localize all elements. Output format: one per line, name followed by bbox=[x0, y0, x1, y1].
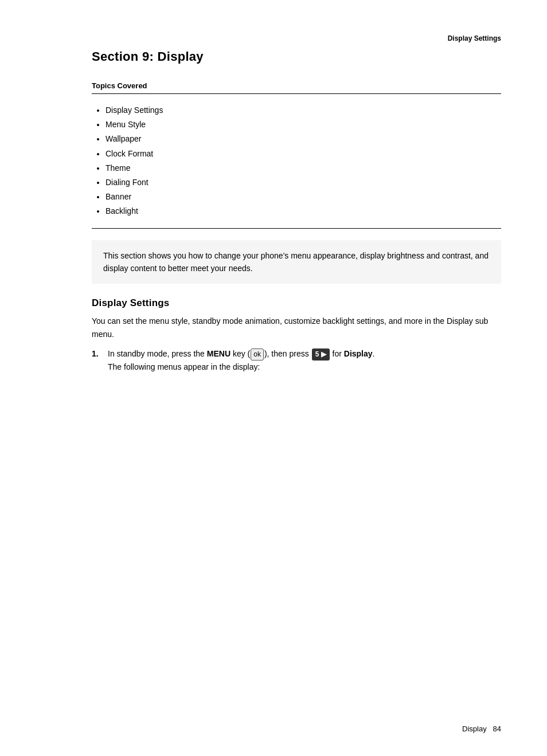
page-container: Display Settings Section 9: Display Topi… bbox=[0, 0, 547, 756]
intro-text: This section shows you how to change you… bbox=[103, 251, 489, 273]
topics-covered-section: Topics Covered Display SettingsMenu Styl… bbox=[92, 81, 501, 229]
top-divider bbox=[92, 93, 501, 94]
menu-keyword: MENU bbox=[207, 349, 230, 358]
step-text-period: . bbox=[373, 349, 375, 358]
topics-list-item: Banner bbox=[106, 190, 501, 204]
bottom-divider bbox=[92, 228, 501, 229]
topics-list-item: Dialing Font bbox=[106, 175, 501, 190]
topics-list-item: Theme bbox=[106, 161, 501, 175]
step-text-then: ), then press bbox=[264, 349, 311, 358]
display-settings-body: You can set the menu style, standby mode… bbox=[92, 315, 501, 340]
footer-text: Display bbox=[462, 724, 487, 733]
display-settings-section: Display Settings You can set the menu st… bbox=[92, 297, 501, 378]
following-text: The following menus appear in the displa… bbox=[108, 362, 260, 371]
step-number: 1. bbox=[92, 347, 103, 378]
topics-covered-label: Topics Covered bbox=[92, 81, 501, 90]
ok-key-badge: ok bbox=[251, 348, 264, 361]
topics-list: Display SettingsMenu StyleWallpaperClock… bbox=[92, 103, 501, 219]
section-title: Section 9: Display bbox=[92, 49, 501, 64]
topics-list-item: Wallpaper bbox=[106, 132, 501, 146]
step-text-key: key ( bbox=[230, 349, 250, 358]
intro-box: This section shows you how to change you… bbox=[92, 240, 501, 284]
header-label: Display Settings bbox=[448, 34, 501, 42]
five-key-badge: 5 ▶ bbox=[312, 348, 330, 361]
header-section-label: Display Settings bbox=[92, 34, 501, 42]
topics-list-item: Display Settings bbox=[106, 103, 501, 117]
topics-list-item: Backlight bbox=[106, 204, 501, 218]
topics-list-item: Clock Format bbox=[106, 147, 501, 161]
step-content: In standby mode, press the MENU key (ok)… bbox=[108, 347, 501, 378]
footer-page-number: 84 bbox=[493, 724, 501, 733]
step-text-for: for bbox=[330, 349, 344, 358]
topics-list-item: Menu Style bbox=[106, 117, 501, 132]
step-text-before: In standby mode, press the bbox=[108, 349, 207, 358]
step-1: 1. In standby mode, press the MENU key (… bbox=[92, 347, 501, 378]
display-keyword: Display bbox=[344, 349, 373, 358]
steps-list: 1. In standby mode, press the MENU key (… bbox=[92, 347, 501, 378]
display-settings-title: Display Settings bbox=[92, 297, 501, 309]
page-footer: Display 84 bbox=[462, 724, 501, 733]
